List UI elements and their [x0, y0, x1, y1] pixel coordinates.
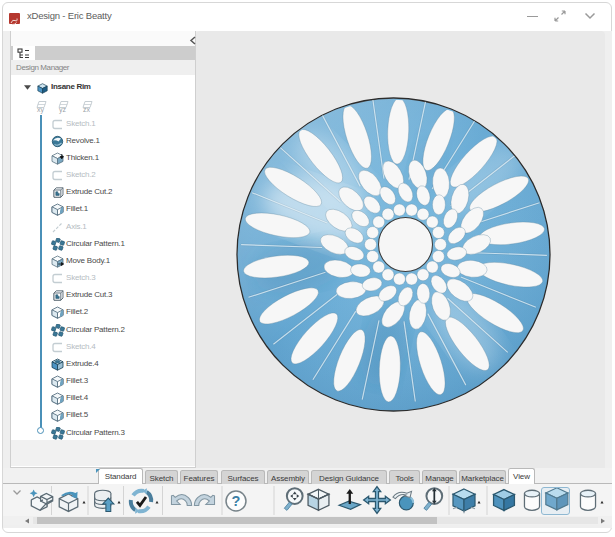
- svg-text:?: ?: [232, 493, 241, 509]
